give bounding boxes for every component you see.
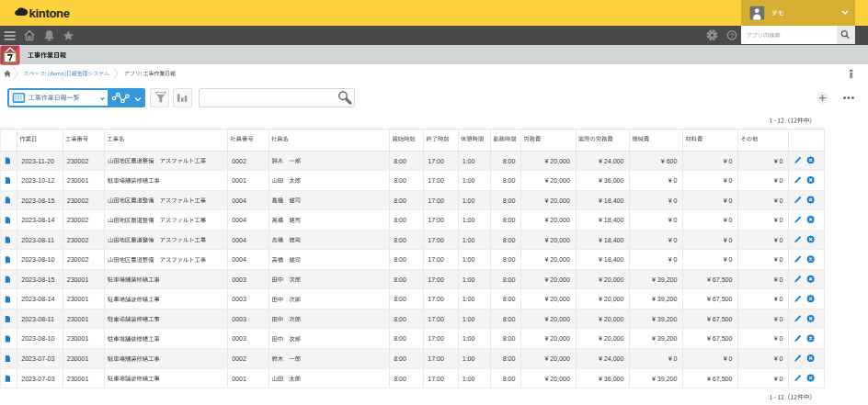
svg-text:?: ?: [730, 31, 735, 39]
